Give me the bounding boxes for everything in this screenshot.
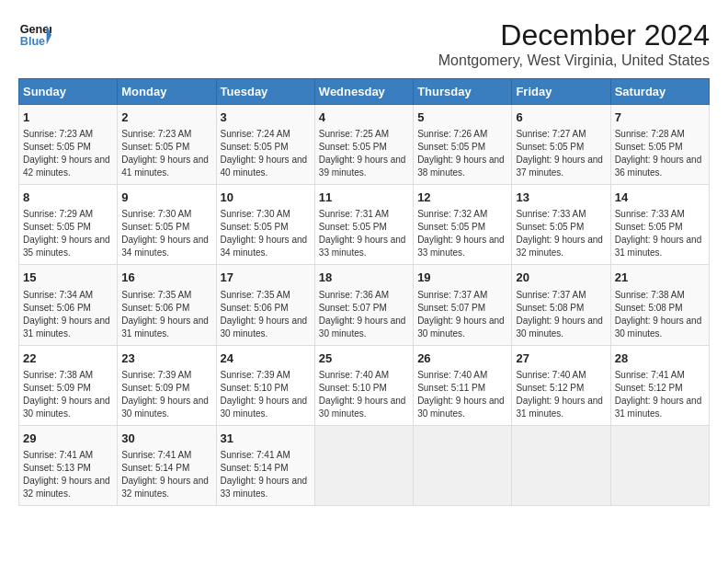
calendar-day-cell bbox=[610, 425, 709, 505]
day-info: Sunrise: 7:39 AMSunset: 5:09 PMDaylight:… bbox=[121, 369, 211, 420]
day-info: Sunrise: 7:40 AMSunset: 5:11 PMDaylight:… bbox=[417, 369, 507, 420]
day-info: Sunrise: 7:41 AMSunset: 5:12 PMDaylight:… bbox=[615, 369, 705, 420]
calendar-day-cell: 28Sunrise: 7:41 AMSunset: 5:12 PMDayligh… bbox=[610, 345, 709, 425]
day-info: Sunrise: 7:33 AMSunset: 5:05 PMDaylight:… bbox=[516, 208, 606, 259]
day-number: 19 bbox=[417, 270, 507, 286]
calendar-day-cell: 23Sunrise: 7:39 AMSunset: 5:09 PMDayligh… bbox=[118, 345, 216, 425]
day-info: Sunrise: 7:37 AMSunset: 5:08 PMDaylight:… bbox=[516, 289, 606, 340]
calendar-header-cell: Tuesday bbox=[216, 79, 314, 105]
calendar-header-cell: Sunday bbox=[19, 79, 118, 105]
calendar-day-cell: 20Sunrise: 7:37 AMSunset: 5:08 PMDayligh… bbox=[512, 265, 610, 345]
day-info: Sunrise: 7:30 AMSunset: 5:05 PMDaylight:… bbox=[121, 208, 211, 259]
logo-icon: General Blue bbox=[18, 18, 51, 52]
svg-text:Blue: Blue bbox=[20, 35, 45, 48]
calendar-day-cell: 15Sunrise: 7:34 AMSunset: 5:06 PMDayligh… bbox=[19, 265, 118, 345]
day-number: 10 bbox=[221, 190, 311, 206]
calendar-week-row: 15Sunrise: 7:34 AMSunset: 5:06 PMDayligh… bbox=[19, 265, 710, 345]
day-number: 25 bbox=[319, 350, 409, 367]
day-info: Sunrise: 7:40 AMSunset: 5:10 PMDaylight:… bbox=[319, 369, 409, 420]
day-number: 20 bbox=[516, 270, 606, 286]
day-number: 6 bbox=[516, 109, 606, 126]
day-info: Sunrise: 7:25 AMSunset: 5:05 PMDaylight:… bbox=[319, 128, 409, 179]
calendar-day-cell: 4Sunrise: 7:25 AMSunset: 5:05 PMDaylight… bbox=[314, 105, 413, 185]
day-info: Sunrise: 7:41 AMSunset: 5:13 PMDaylight:… bbox=[23, 449, 113, 500]
day-number: 7 bbox=[615, 109, 705, 126]
calendar-day-cell: 3Sunrise: 7:24 AMSunset: 5:05 PMDaylight… bbox=[216, 105, 314, 185]
calendar-day-cell: 13Sunrise: 7:33 AMSunset: 5:05 PMDayligh… bbox=[512, 185, 610, 265]
calendar-day-cell: 27Sunrise: 7:40 AMSunset: 5:12 PMDayligh… bbox=[512, 345, 610, 425]
day-info: Sunrise: 7:26 AMSunset: 5:05 PMDaylight:… bbox=[417, 128, 507, 179]
calendar-header-cell: Wednesday bbox=[314, 79, 413, 105]
day-number: 15 bbox=[23, 270, 113, 286]
day-info: Sunrise: 7:41 AMSunset: 5:14 PMDaylight:… bbox=[121, 449, 211, 500]
header: General Blue December 2024 Montgomery, W… bbox=[18, 18, 710, 69]
title-area: December 2024 Montgomery, West Virginia,… bbox=[438, 18, 710, 69]
day-info: Sunrise: 7:32 AMSunset: 5:05 PMDaylight:… bbox=[417, 208, 507, 259]
calendar-day-cell: 6Sunrise: 7:27 AMSunset: 5:05 PMDaylight… bbox=[512, 105, 610, 185]
calendar-day-cell: 10Sunrise: 7:30 AMSunset: 5:05 PMDayligh… bbox=[216, 185, 314, 265]
day-number: 27 bbox=[516, 350, 606, 367]
calendar-header-row: SundayMondayTuesdayWednesdayThursdayFrid… bbox=[19, 79, 710, 105]
day-number: 24 bbox=[221, 350, 311, 367]
calendar-day-cell: 22Sunrise: 7:38 AMSunset: 5:09 PMDayligh… bbox=[19, 345, 118, 425]
calendar-day-cell: 16Sunrise: 7:35 AMSunset: 5:06 PMDayligh… bbox=[118, 265, 216, 345]
day-number: 30 bbox=[121, 431, 211, 447]
page-title: December 2024 bbox=[438, 18, 710, 52]
calendar-day-cell: 30Sunrise: 7:41 AMSunset: 5:14 PMDayligh… bbox=[118, 425, 216, 505]
day-info: Sunrise: 7:27 AMSunset: 5:05 PMDaylight:… bbox=[516, 128, 606, 179]
day-number: 23 bbox=[121, 350, 211, 367]
day-info: Sunrise: 7:28 AMSunset: 5:05 PMDaylight:… bbox=[615, 128, 705, 179]
calendar-week-row: 29Sunrise: 7:41 AMSunset: 5:13 PMDayligh… bbox=[19, 425, 710, 505]
calendar-header-cell: Friday bbox=[512, 79, 610, 105]
calendar-day-cell bbox=[314, 425, 413, 505]
day-number: 17 bbox=[221, 270, 311, 286]
day-info: Sunrise: 7:41 AMSunset: 5:14 PMDaylight:… bbox=[221, 449, 311, 500]
day-info: Sunrise: 7:34 AMSunset: 5:06 PMDaylight:… bbox=[23, 289, 113, 340]
day-number: 1 bbox=[23, 109, 113, 126]
calendar-week-row: 22Sunrise: 7:38 AMSunset: 5:09 PMDayligh… bbox=[19, 345, 710, 425]
day-info: Sunrise: 7:23 AMSunset: 5:05 PMDaylight:… bbox=[23, 128, 113, 179]
day-number: 3 bbox=[221, 109, 311, 126]
calendar-week-row: 1Sunrise: 7:23 AMSunset: 5:05 PMDaylight… bbox=[19, 105, 710, 185]
calendar-day-cell: 21Sunrise: 7:38 AMSunset: 5:08 PMDayligh… bbox=[610, 265, 709, 345]
logo: General Blue bbox=[18, 18, 51, 52]
calendar-day-cell: 24Sunrise: 7:39 AMSunset: 5:10 PMDayligh… bbox=[216, 345, 314, 425]
day-info: Sunrise: 7:33 AMSunset: 5:05 PMDaylight:… bbox=[615, 208, 705, 259]
day-info: Sunrise: 7:23 AMSunset: 5:05 PMDaylight:… bbox=[121, 128, 211, 179]
day-number: 13 bbox=[516, 190, 606, 206]
day-number: 14 bbox=[615, 190, 705, 206]
day-number: 22 bbox=[23, 350, 113, 367]
day-number: 12 bbox=[417, 190, 507, 206]
calendar-day-cell: 8Sunrise: 7:29 AMSunset: 5:05 PMDaylight… bbox=[19, 185, 118, 265]
day-info: Sunrise: 7:38 AMSunset: 5:08 PMDaylight:… bbox=[615, 289, 705, 340]
day-number: 31 bbox=[221, 431, 311, 447]
day-info: Sunrise: 7:35 AMSunset: 5:06 PMDaylight:… bbox=[121, 289, 211, 340]
day-number: 2 bbox=[121, 109, 211, 126]
day-number: 28 bbox=[615, 350, 705, 367]
calendar-day-cell: 11Sunrise: 7:31 AMSunset: 5:05 PMDayligh… bbox=[314, 185, 413, 265]
day-info: Sunrise: 7:24 AMSunset: 5:05 PMDaylight:… bbox=[221, 128, 311, 179]
calendar-day-cell: 7Sunrise: 7:28 AMSunset: 5:05 PMDaylight… bbox=[610, 105, 709, 185]
calendar-day-cell: 29Sunrise: 7:41 AMSunset: 5:13 PMDayligh… bbox=[19, 425, 118, 505]
calendar-day-cell: 25Sunrise: 7:40 AMSunset: 5:10 PMDayligh… bbox=[314, 345, 413, 425]
day-number: 21 bbox=[615, 270, 705, 286]
day-info: Sunrise: 7:35 AMSunset: 5:06 PMDaylight:… bbox=[221, 289, 311, 340]
calendar-day-cell: 9Sunrise: 7:30 AMSunset: 5:05 PMDaylight… bbox=[118, 185, 216, 265]
calendar-day-cell: 5Sunrise: 7:26 AMSunset: 5:05 PMDaylight… bbox=[414, 105, 512, 185]
day-number: 29 bbox=[23, 431, 113, 447]
page-subtitle: Montgomery, West Virginia, United States bbox=[438, 52, 710, 69]
calendar-header-cell: Saturday bbox=[610, 79, 709, 105]
day-number: 18 bbox=[319, 270, 409, 286]
day-number: 4 bbox=[319, 109, 409, 126]
calendar-header-cell: Monday bbox=[118, 79, 216, 105]
day-info: Sunrise: 7:29 AMSunset: 5:05 PMDaylight:… bbox=[23, 208, 113, 259]
calendar-day-cell: 31Sunrise: 7:41 AMSunset: 5:14 PMDayligh… bbox=[216, 425, 314, 505]
calendar-day-cell bbox=[414, 425, 512, 505]
calendar-day-cell: 2Sunrise: 7:23 AMSunset: 5:05 PMDaylight… bbox=[118, 105, 216, 185]
calendar-week-row: 8Sunrise: 7:29 AMSunset: 5:05 PMDaylight… bbox=[19, 185, 710, 265]
calendar-day-cell: 18Sunrise: 7:36 AMSunset: 5:07 PMDayligh… bbox=[314, 265, 413, 345]
calendar-day-cell: 1Sunrise: 7:23 AMSunset: 5:05 PMDaylight… bbox=[19, 105, 118, 185]
day-number: 26 bbox=[417, 350, 507, 367]
calendar-body: 1Sunrise: 7:23 AMSunset: 5:05 PMDaylight… bbox=[19, 105, 710, 506]
day-info: Sunrise: 7:37 AMSunset: 5:07 PMDaylight:… bbox=[417, 289, 507, 340]
